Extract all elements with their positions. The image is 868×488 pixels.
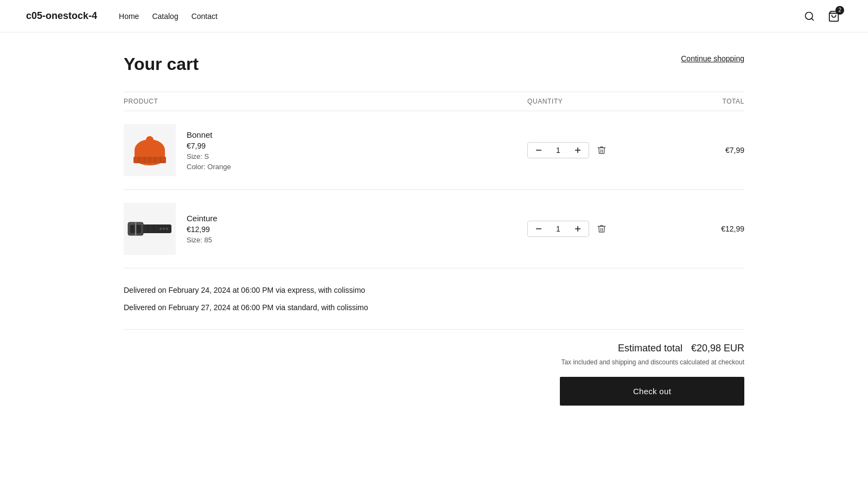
svg-point-20: [163, 228, 165, 230]
remove-ceinture-button[interactable]: [595, 222, 609, 236]
cart-item-bonnet: Bonnet €7,99 Size: S Color: Orange 1: [124, 111, 744, 190]
brand-logo[interactable]: c05-onestock-4: [26, 10, 97, 22]
product-color-bonnet: Color: Orange: [187, 163, 231, 171]
nav-links: Home Catalog Contact: [119, 12, 802, 21]
decrease-qty-ceinture[interactable]: [528, 221, 550, 236]
product-name-ceinture: Ceinture: [187, 214, 218, 223]
search-icon: [804, 11, 815, 22]
estimated-total-row: Estimated total €20,98 EUR: [618, 343, 744, 354]
table-headers: PRODUCT QUANTITY TOTAL: [124, 92, 744, 111]
estimated-label: Estimated total: [618, 343, 682, 354]
cart-badge: 2: [835, 6, 844, 15]
increase-qty-ceinture[interactable]: [567, 221, 589, 236]
quantity-cell-bonnet: 1: [527, 142, 647, 158]
quantity-cell-ceinture: 1: [527, 221, 647, 237]
navbar-icons: 2: [802, 8, 842, 24]
plus-icon: [575, 147, 581, 153]
increase-qty-bonnet[interactable]: [567, 143, 589, 158]
product-image-ceinture: [124, 203, 176, 255]
qty-value-bonnet: 1: [550, 146, 567, 155]
ceinture-image: [124, 203, 176, 255]
product-column-header: PRODUCT: [124, 98, 527, 105]
svg-point-21: [166, 228, 168, 230]
main-content: Your cart Continue shopping PRODUCT QUAN…: [98, 33, 770, 440]
bonnet-image: [124, 124, 176, 176]
product-name-bonnet: Bonnet: [187, 130, 231, 139]
nav-catalog[interactable]: Catalog: [152, 12, 178, 21]
delivery-line-2: Delivered on February 27, 2024 at 06:00 …: [124, 303, 744, 312]
plus-icon: [575, 226, 581, 232]
product-price-bonnet: €7,99: [187, 142, 231, 150]
quantity-control-ceinture: 1: [527, 221, 589, 237]
total-column-header: TOTAL: [647, 98, 744, 105]
svg-point-13: [146, 136, 154, 144]
search-button[interactable]: [802, 9, 817, 24]
svg-rect-25: [129, 223, 143, 225]
total-cell-ceinture: €12,99: [647, 224, 744, 233]
trash-icon: [597, 145, 607, 155]
navbar: c05-onestock-4 Home Catalog Contact 2: [0, 0, 868, 33]
nav-home[interactable]: Home: [119, 12, 139, 21]
estimated-value: €20,98 EUR: [691, 343, 744, 354]
continue-shopping-link[interactable]: Continue shopping: [681, 54, 744, 63]
nav-contact[interactable]: Contact: [192, 12, 218, 21]
total-cell-bonnet: €7,99: [647, 146, 744, 155]
qty-value-ceinture: 1: [550, 224, 567, 233]
product-price-ceinture: €12,99: [187, 225, 218, 234]
product-info-ceinture: Ceinture €12,99 Size: 85: [187, 214, 218, 244]
tax-note: Tax included and shipping and discounts …: [561, 358, 744, 366]
delivery-line-1: Delivered on February 24, 2024 at 06:00 …: [124, 286, 744, 294]
minus-icon: [535, 147, 542, 153]
trash-icon: [597, 224, 607, 234]
cart-button[interactable]: 2: [826, 8, 842, 24]
cart-title: Your cart: [124, 54, 199, 74]
product-size-ceinture: Size: 85: [187, 236, 218, 244]
product-info-bonnet: Bonnet €7,99 Size: S Color: Orange: [187, 130, 231, 171]
product-cell-ceinture: Ceinture €12,99 Size: 85: [124, 203, 527, 255]
decrease-qty-bonnet[interactable]: [528, 143, 550, 158]
svg-point-19: [159, 228, 162, 230]
quantity-control-bonnet: 1: [527, 142, 589, 158]
delivery-section: Delivered on February 24, 2024 at 06:00 …: [124, 268, 744, 330]
summary-section: Estimated total €20,98 EUR Tax included …: [124, 330, 744, 419]
svg-line-1: [812, 18, 814, 20]
quantity-column-header: QUANTITY: [527, 98, 647, 105]
checkout-button[interactable]: Check out: [560, 377, 744, 406]
product-image-bonnet: [124, 124, 176, 176]
cart-item-ceinture: Ceinture €12,99 Size: 85 1 €12,99: [124, 190, 744, 268]
cart-header: Your cart Continue shopping: [124, 54, 744, 74]
minus-icon: [535, 226, 542, 232]
product-size-bonnet: Size: S: [187, 152, 231, 160]
product-cell-bonnet: Bonnet €7,99 Size: S Color: Orange: [124, 124, 527, 176]
remove-bonnet-button[interactable]: [595, 143, 609, 157]
